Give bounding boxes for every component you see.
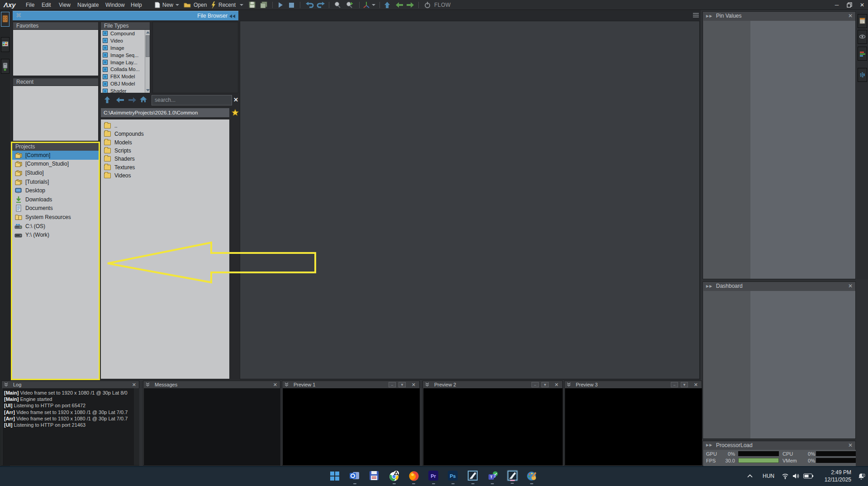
taskbar-app-outlook[interactable] bbox=[349, 470, 361, 482]
preview3-header[interactable]: Preview 3 – ▼ ✕ bbox=[564, 381, 702, 388]
file-type-item[interactable]: Image Lay... bbox=[101, 59, 145, 66]
collapse-left-icon[interactable] bbox=[229, 14, 236, 18]
tray-clock[interactable]: 2:49 PM 12/11/2025 bbox=[823, 469, 851, 483]
checkbox-icon[interactable] bbox=[103, 74, 108, 79]
open-button[interactable]: Open bbox=[194, 0, 207, 10]
file-browser-dock-icon[interactable] bbox=[1, 12, 9, 27]
path-bar[interactable]: C:\AximmetryProjects\2026.1.0\Common bbox=[100, 108, 230, 118]
file-type-item[interactable]: Compound bbox=[101, 30, 145, 37]
pin-values-header[interactable]: ▶▶ Pin Values ✕ bbox=[703, 12, 855, 20]
undock-icon[interactable]: ▶▶ bbox=[706, 441, 712, 449]
taskbar-app-chrome[interactable] bbox=[389, 470, 400, 482]
folder-item[interactable]: Shaders bbox=[101, 155, 229, 163]
settings-dock-icon[interactable] bbox=[858, 68, 867, 82]
wifi-icon[interactable] bbox=[782, 473, 789, 479]
preview3-content[interactable] bbox=[565, 388, 702, 465]
menu-window[interactable]: Window bbox=[105, 0, 125, 10]
file-type-item[interactable]: OBJ Model bbox=[101, 80, 145, 87]
battery-icon[interactable] bbox=[803, 473, 813, 479]
project-item-common[interactable]: [Common] bbox=[12, 151, 99, 160]
new-button[interactable]: New bbox=[162, 0, 173, 10]
project-item-documents[interactable]: Documents bbox=[12, 204, 99, 213]
preview3-minimize-button[interactable]: – bbox=[671, 382, 678, 387]
processor-load-close-icon[interactable]: ✕ bbox=[848, 441, 853, 449]
gizmo-caret-icon[interactable] bbox=[372, 4, 375, 6]
stop-button-icon[interactable] bbox=[289, 3, 294, 8]
pin-values-close-icon[interactable]: ✕ bbox=[848, 12, 853, 20]
checkbox-icon[interactable] bbox=[103, 89, 108, 93]
search-input[interactable]: search... bbox=[152, 95, 232, 105]
checkbox-icon[interactable] bbox=[103, 45, 108, 50]
file-type-item[interactable]: Image bbox=[101, 44, 145, 52]
play-button-icon[interactable] bbox=[278, 2, 283, 8]
checkbox-icon[interactable] bbox=[103, 67, 108, 72]
undo-icon[interactable] bbox=[306, 2, 314, 8]
home-icon[interactable] bbox=[140, 96, 147, 103]
file-type-item[interactable]: Collada Mo... bbox=[101, 66, 145, 73]
taskbar-app-photoshop[interactable]: Ps bbox=[447, 470, 459, 482]
redo-icon[interactable] bbox=[317, 2, 325, 8]
dashboard-close-icon[interactable]: ✕ bbox=[848, 282, 853, 291]
preview2-content[interactable] bbox=[423, 388, 563, 465]
undock-icon[interactable]: ▶▶ bbox=[706, 12, 712, 20]
folder-item[interactable]: Compounds bbox=[101, 130, 229, 138]
preview3-close-icon[interactable]: ✕ bbox=[694, 381, 698, 388]
checkbox-icon[interactable] bbox=[103, 52, 108, 57]
collapse-down-icon[interactable] bbox=[425, 382, 429, 387]
history-back-icon[interactable] bbox=[116, 97, 124, 103]
taskbar-app-premiere[interactable]: Pr bbox=[428, 470, 440, 482]
menu-edit[interactable]: Edit bbox=[42, 0, 51, 10]
file-type-item[interactable]: Image Seq... bbox=[101, 52, 145, 59]
log-scrollbar[interactable] bbox=[134, 388, 139, 465]
messages-header[interactable]: Messages ✕ bbox=[143, 381, 280, 388]
log-content[interactable]: [Main] Video frame set to 1920 x 1080 /1… bbox=[2, 388, 139, 465]
project-item-c-os[interactable]: C:\ (OS) bbox=[12, 222, 99, 231]
device-dock-icon[interactable] bbox=[1, 59, 9, 74]
collapse-down-icon[interactable] bbox=[146, 382, 150, 387]
folder-item[interactable]: Videos bbox=[101, 172, 229, 180]
file-browser-titlebar[interactable]: File Browser bbox=[13, 11, 238, 20]
editor-menu-icon[interactable] bbox=[693, 13, 699, 18]
search-clear-icon[interactable]: ✕ bbox=[233, 95, 240, 105]
folder-item[interactable]: Models bbox=[101, 138, 229, 147]
file-type-item[interactable]: Shader bbox=[101, 87, 145, 93]
checkbox-icon[interactable] bbox=[103, 38, 108, 43]
preview3-dropdown-button[interactable]: ▼ bbox=[681, 382, 688, 387]
preview1-close-icon[interactable]: ✕ bbox=[412, 381, 416, 388]
messages-content[interactable] bbox=[144, 388, 280, 465]
favorites-list[interactable] bbox=[13, 29, 99, 76]
preview1-header[interactable]: Preview 1 – ▼ ✕ bbox=[282, 381, 419, 388]
processor-load-header[interactable]: ▶▶ ProcessorLoad ✕ bbox=[703, 441, 855, 449]
maximize-button[interactable] bbox=[847, 2, 852, 8]
log-header[interactable]: Log ✕ bbox=[2, 381, 139, 388]
file-type-item[interactable]: Video bbox=[101, 37, 145, 44]
notifications-bell-icon[interactable]: z bbox=[857, 472, 865, 481]
project-item-common-studio[interactable]: [Common_Studio] bbox=[12, 160, 99, 169]
recent-caret-icon[interactable] bbox=[240, 4, 243, 6]
messages-close-icon[interactable]: ✕ bbox=[273, 381, 277, 388]
project-item-downloads[interactable]: Downloads bbox=[12, 195, 99, 204]
dashboard-header[interactable]: ▶▶ Dashboard ✕ bbox=[703, 282, 855, 291]
project-item-studio[interactable]: [Studio] bbox=[12, 168, 99, 177]
collapse-down-icon[interactable] bbox=[285, 382, 289, 387]
gizmo-axis-icon[interactable] bbox=[363, 1, 370, 9]
taskbar-app-aximmetry[interactable] bbox=[467, 470, 479, 482]
taskbar-app-firefox[interactable] bbox=[408, 470, 420, 482]
log-close-icon[interactable]: ✕ bbox=[132, 381, 136, 388]
checkbox-icon[interactable] bbox=[103, 60, 108, 65]
file-browser-close-icon[interactable] bbox=[16, 13, 21, 18]
collapse-down-icon[interactable] bbox=[567, 382, 571, 387]
project-item-desktop[interactable]: Desktop bbox=[12, 186, 99, 195]
folder-item[interactable]: Scripts bbox=[101, 147, 229, 155]
undock-icon[interactable]: ▶▶ bbox=[706, 282, 712, 291]
menu-help[interactable]: Help bbox=[131, 0, 142, 10]
zoom-icon[interactable] bbox=[334, 1, 341, 9]
volume-icon[interactable] bbox=[792, 473, 800, 479]
project-item-y-work[interactable]: Y:\ (Work) bbox=[12, 230, 99, 239]
nav-back-icon[interactable] bbox=[395, 2, 403, 8]
tray-language[interactable]: HUN bbox=[763, 473, 774, 479]
power-flow-icon[interactable] bbox=[424, 2, 431, 8]
new-caret-icon[interactable] bbox=[175, 4, 179, 6]
project-item-tutorials[interactable]: [Tutorials] bbox=[12, 177, 99, 186]
menu-navigate[interactable]: Navigate bbox=[77, 0, 99, 10]
